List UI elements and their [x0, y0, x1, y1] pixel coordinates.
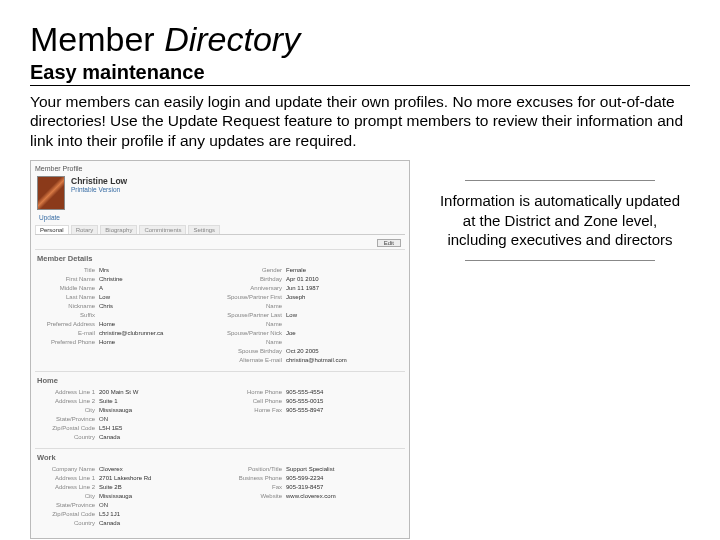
field-row: State/ProvinceON	[37, 415, 216, 424]
tab-personal[interactable]: Personal	[35, 225, 69, 234]
work-left: Company NameCloverexAddress Line 12701 L…	[37, 465, 216, 528]
home-right: Home Phone905-555-4554Cell Phone905-555-…	[224, 388, 403, 442]
field-row: E-mailchristine@clubrunner.ca	[37, 329, 216, 338]
edit-button[interactable]: Edit	[377, 239, 401, 247]
field-row: State/ProvinceON	[37, 501, 216, 510]
home-heading: Home	[37, 376, 403, 385]
field-row: Spouse/Partner Last NameLow	[224, 311, 403, 329]
tab-settings[interactable]: Settings	[188, 225, 220, 234]
field-row: Home Fax905-555-8947	[224, 406, 403, 415]
slide-body: Your members can easily login and update…	[30, 92, 690, 150]
field-row: Cell Phone905-555-0015	[224, 397, 403, 406]
field-row: Business Phone905-599-2234	[224, 474, 403, 483]
field-row: Middle NameA	[37, 284, 216, 293]
slide-title: Member Directory	[30, 20, 690, 59]
field-row: Last NameLow	[37, 293, 216, 302]
field-row: First NameChristine	[37, 275, 216, 284]
avatar	[37, 176, 65, 210]
rule-bottom	[465, 260, 655, 261]
field-row: Home Phone905-555-4554	[224, 388, 403, 397]
field-row: Address Line 2Suite 1	[37, 397, 216, 406]
title-italic: Directory	[164, 20, 300, 58]
home-left: Address Line 1200 Main St WAddress Line …	[37, 388, 216, 442]
member-details-section: Member Details TitleMrsFirst NameChristi…	[35, 249, 405, 371]
field-row: Address Line 12701 Lakeshore Rd	[37, 474, 216, 483]
member-details-right: GenderFemaleBirthdayApr 01 2010Anniversa…	[224, 266, 403, 365]
profile-name: Christine Low	[71, 176, 127, 186]
field-row: GenderFemale	[224, 266, 403, 275]
field-row: Preferred PhoneHome	[37, 338, 216, 347]
field-row: CountryCanada	[37, 433, 216, 442]
tab-commitments[interactable]: Commitments	[139, 225, 186, 234]
field-row: Websitewww.cloverex.com	[224, 492, 403, 501]
field-row: Company NameCloverex	[37, 465, 216, 474]
field-row: Alternate E-mailchristina@hotmail.com	[224, 356, 403, 365]
field-row: TitleMrs	[37, 266, 216, 275]
home-section: Home Address Line 1200 Main St WAddress …	[35, 371, 405, 448]
field-row: Position/TitleSupport Specialist	[224, 465, 403, 474]
field-row: CountryCanada	[37, 519, 216, 528]
field-row: NicknameChris	[37, 302, 216, 311]
work-right: Position/TitleSupport SpecialistBusiness…	[224, 465, 403, 528]
callout-text: Information is automatically updated at …	[430, 185, 690, 256]
field-row: Spouse/Partner Nick NameJoe	[224, 329, 403, 347]
printable-link[interactable]: Printable Version	[71, 186, 127, 193]
field-row: Zip/Postal CodeL5H 1E5	[37, 424, 216, 433]
work-section: Work Company NameCloverexAddress Line 12…	[35, 448, 405, 534]
breadcrumb: Member Profile	[35, 165, 405, 172]
member-details-heading: Member Details	[37, 254, 403, 263]
tab-biography[interactable]: Biography	[100, 225, 137, 234]
tab-bar: Personal Rotary Biography Commitments Se…	[35, 225, 405, 235]
field-row: Spouse BirthdayOct 20 2005	[224, 347, 403, 356]
update-link[interactable]: Update	[39, 214, 405, 221]
field-row: Address Line 1200 Main St W	[37, 388, 216, 397]
work-heading: Work	[37, 453, 403, 462]
field-row: Suffix	[37, 311, 216, 320]
field-row: Preferred AddressHome	[37, 320, 216, 329]
tab-rotary[interactable]: Rotary	[71, 225, 99, 234]
callout-box: Information is automatically updated at …	[430, 160, 690, 265]
field-row: Address Line 2Suite 2B	[37, 483, 216, 492]
slide-subtitle: Easy maintenance	[30, 61, 690, 86]
field-row: Spouse/Partner First NameJoseph	[224, 293, 403, 311]
field-row: BirthdayApr 01 2010	[224, 275, 403, 284]
profile-screenshot: Member Profile Christine Low Printable V…	[30, 160, 410, 539]
field-row: CityMississauga	[37, 406, 216, 415]
field-row: Zip/Postal CodeL5J 1J1	[37, 510, 216, 519]
rule-top	[465, 180, 655, 181]
field-row: AnniversaryJun 11 1987	[224, 284, 403, 293]
member-details-left: TitleMrsFirst NameChristineMiddle NameAL…	[37, 266, 216, 365]
title-plain: Member	[30, 20, 164, 58]
field-row: Fax905-319-8457	[224, 483, 403, 492]
field-row: CityMississauga	[37, 492, 216, 501]
